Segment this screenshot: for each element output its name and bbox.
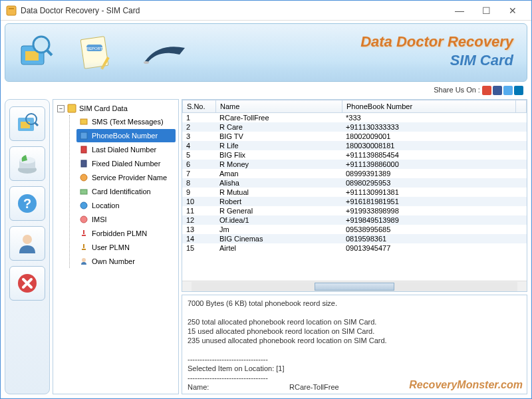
svg-line-5 bbox=[47, 50, 52, 55]
svg-point-30 bbox=[80, 216, 87, 223]
tree-panel: − SIM Card Data SMS (Text Messages)Phone… bbox=[53, 99, 179, 394]
tree-item-icon bbox=[79, 243, 88, 252]
tree-item-imsi[interactable]: IMSI bbox=[76, 213, 176, 226]
share-bar: Share Us On : bbox=[1, 84, 531, 98]
svg-rect-23 bbox=[80, 119, 87, 124]
tree-collapse-icon[interactable]: − bbox=[57, 105, 65, 112]
table-row[interactable]: 11R General+919933898998 bbox=[182, 206, 527, 215]
tree-item-label: Card Identification bbox=[92, 188, 151, 196]
exit-button[interactable] bbox=[9, 266, 45, 301]
tree-root-label: SIM Card Data bbox=[79, 104, 128, 112]
detail-selected: Selected Item on Location: [1] bbox=[188, 364, 521, 372]
minimize-button[interactable]: — bbox=[446, 1, 473, 20]
svg-rect-3 bbox=[25, 51, 39, 61]
table-row[interactable]: 15Airtel09013945477 bbox=[182, 243, 527, 253]
svg-rect-0 bbox=[7, 6, 16, 15]
horizontal-scrollbar[interactable] bbox=[182, 281, 527, 291]
table-row[interactable]: 9R Mutual+911130991381 bbox=[182, 188, 527, 197]
svg-rect-1 bbox=[9, 8, 14, 9]
tree-item-label: User PLMN bbox=[92, 243, 130, 251]
app-icon bbox=[6, 5, 17, 16]
svg-text:?: ? bbox=[23, 196, 31, 211]
col-name[interactable]: Name bbox=[216, 100, 342, 113]
table-row[interactable]: 12Of.idea/1+919849513989 bbox=[182, 215, 527, 225]
scan-button[interactable] bbox=[9, 106, 45, 141]
tree-item-phonebook-number[interactable]: PhoneBook Number bbox=[76, 129, 176, 142]
table-row[interactable]: 5BIG Flix+911139885454 bbox=[182, 150, 527, 160]
share-facebook-icon[interactable] bbox=[493, 86, 502, 95]
table-row[interactable]: 7Aman08999391389 bbox=[182, 169, 527, 178]
tree-item-last-dialed-number[interactable]: Last Dialed Number bbox=[76, 143, 176, 156]
sidebar: ? bbox=[5, 99, 50, 394]
maximize-button[interactable]: ☐ bbox=[473, 1, 499, 20]
detail-used: 15 used allocated phonebook reord locati… bbox=[188, 327, 521, 335]
table-row[interactable]: 10Robert+916181981951 bbox=[182, 197, 527, 206]
table-row[interactable]: 14BIG Cinemas0819598361 bbox=[182, 234, 527, 243]
svg-rect-12 bbox=[21, 122, 30, 128]
detail-number-row: PhoneBook Number: *333 bbox=[188, 392, 521, 394]
tree-item-icon bbox=[79, 117, 88, 126]
sim-icon bbox=[67, 104, 76, 113]
tree-item-forbidden-plmn[interactable]: Forbidden PLMN bbox=[76, 227, 176, 240]
help-button[interactable]: ? bbox=[9, 186, 45, 221]
table-row[interactable]: 4R Life180030008181 bbox=[182, 141, 527, 150]
tree-item-label: PhoneBook Number bbox=[92, 132, 158, 140]
detail-panel: 7000 Bytes (6 KB) total phonebook reord … bbox=[182, 295, 527, 394]
svg-rect-26 bbox=[81, 160, 86, 167]
table-row[interactable]: 3BIG TV18002009001 bbox=[182, 132, 527, 141]
tree-children: SMS (Text Messages)PhoneBook NumberLast … bbox=[69, 115, 176, 268]
app-window: Data Doctor Recovery - SIM Card — ☐ ✕ RE… bbox=[0, 0, 532, 399]
table-row[interactable]: 1RCare-TollFree*333 bbox=[182, 113, 527, 122]
svg-point-20 bbox=[23, 235, 32, 244]
detail-total: 250 total allocated phonebook reord loca… bbox=[188, 318, 521, 326]
titlebar: Data Doctor Recovery - SIM Card — ☐ ✕ bbox=[1, 1, 531, 21]
tree-item-icon bbox=[79, 257, 88, 266]
user-button[interactable] bbox=[9, 226, 45, 261]
svg-point-29 bbox=[80, 202, 87, 209]
content-area: ? − SIM Card Data SMS (Text Messages)Pho… bbox=[1, 98, 531, 398]
tree-item-label: Fixed Dialed Number bbox=[92, 160, 160, 168]
tree-item-card-identification[interactable]: Card Identification bbox=[76, 185, 176, 198]
table-row[interactable]: 13Jm09538995685 bbox=[182, 225, 527, 234]
tree-item-label: Service Provider Name bbox=[92, 174, 167, 182]
col-sno[interactable]: S.No. bbox=[183, 100, 216, 113]
banner: REPORT Data Doctor Recovery SIM Card bbox=[5, 23, 527, 82]
svg-rect-28 bbox=[80, 190, 87, 194]
tree-item-label: SMS (Text Messages) bbox=[92, 118, 164, 126]
table-row[interactable]: 6R Money+911139886000 bbox=[182, 160, 527, 169]
tree-item-label: IMSI bbox=[92, 215, 107, 223]
table-header-row: S.No. Name PhoneBook Number bbox=[183, 100, 527, 113]
share-twitter-icon[interactable] bbox=[503, 86, 513, 95]
share-linkedin-icon[interactable] bbox=[514, 86, 523, 95]
tree-item-location[interactable]: Location bbox=[76, 199, 176, 212]
svg-point-31 bbox=[82, 258, 86, 262]
tree-item-user-plmn[interactable]: User PLMN bbox=[76, 241, 176, 254]
tree-item-icon bbox=[79, 145, 88, 154]
tree-item-service-provider-name[interactable]: Service Provider Name bbox=[76, 171, 176, 184]
table-row[interactable]: 8Alisha08980295953 bbox=[182, 178, 527, 188]
tree-item-label: Location bbox=[92, 201, 120, 209]
tree-item-icon bbox=[79, 173, 88, 182]
col-number[interactable]: PhoneBook Number bbox=[342, 100, 516, 113]
table-row[interactable]: 2R Care+911130333333 bbox=[182, 122, 527, 132]
share-googleplus-icon[interactable] bbox=[482, 86, 491, 95]
detail-sep1: --------------------------------- bbox=[188, 355, 521, 363]
svg-rect-22 bbox=[68, 104, 76, 112]
save-button[interactable] bbox=[9, 146, 45, 181]
banner-line2: SIM Card bbox=[360, 52, 513, 69]
tree-item-sms-text-messages-[interactable]: SMS (Text Messages) bbox=[76, 115, 176, 128]
tree-item-fixed-dialed-number[interactable]: Fixed Dialed Number bbox=[76, 157, 176, 170]
watermark: RecoveryMonster.com bbox=[409, 379, 523, 391]
phonebook-table: S.No. Name PhoneBook Number 1RCare-TollF… bbox=[182, 99, 527, 292]
svg-point-27 bbox=[80, 174, 87, 181]
share-label: Share Us On : bbox=[434, 86, 480, 94]
detail-size: 7000 Bytes (6 KB) total phonebook reord … bbox=[188, 299, 521, 307]
tree-item-own-number[interactable]: Own Number bbox=[76, 255, 176, 268]
tree-item-icon bbox=[79, 215, 88, 224]
banner-line1: Data Doctor Recovery bbox=[360, 33, 513, 51]
tree-root[interactable]: − SIM Card Data bbox=[56, 102, 176, 114]
close-button[interactable]: ✕ bbox=[499, 1, 526, 20]
tree-item-icon bbox=[79, 229, 88, 238]
scrollbar-thumb[interactable] bbox=[315, 283, 394, 291]
banner-title: Data Doctor Recovery SIM Card bbox=[360, 33, 513, 69]
